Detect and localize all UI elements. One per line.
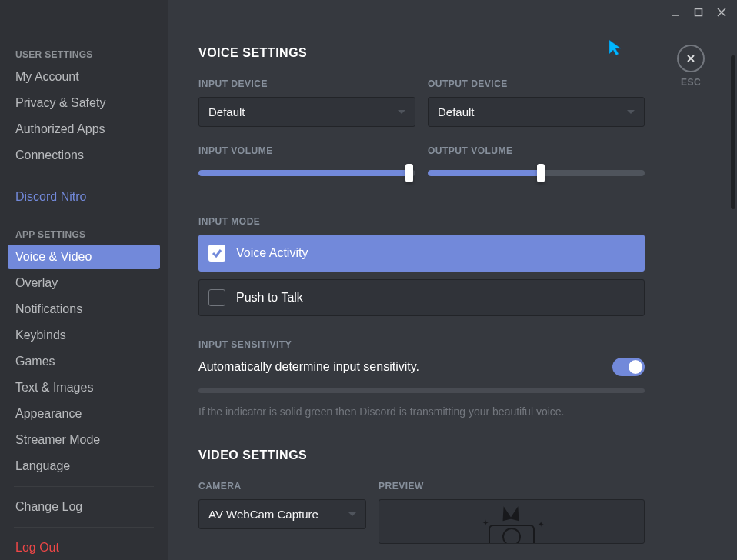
sidebar-item-overlay[interactable]: Overlay (8, 271, 160, 295)
sidebar-item-voice-video[interactable]: Voice & Video (8, 245, 160, 269)
camera-icon: ✦ ✦ (481, 505, 542, 543)
settings-sidebar: USER SETTINGS My Account Privacy & Safet… (0, 0, 168, 560)
sidebar-item-my-account[interactable]: My Account (8, 65, 160, 89)
checkbox-unchecked-icon (208, 289, 225, 306)
input-mode-label: INPUT MODE (198, 216, 645, 227)
voice-activity-label: Voice Activity (236, 246, 308, 260)
sidebar-item-keybinds[interactable]: Keybinds (8, 323, 160, 348)
sidebar-item-privacy-safety[interactable]: Privacy & Safety (8, 91, 160, 115)
sidebar-item-games[interactable]: Games (8, 349, 160, 374)
close-settings-button[interactable]: ESC (677, 45, 705, 88)
sensitivity-hint: If the indicator is solid green then Dis… (198, 405, 645, 418)
sidebar-header-user-settings: USER SETTINGS (8, 46, 160, 65)
output-device-label: OUTPUT DEVICE (428, 78, 645, 89)
auto-sensitivity-text: Automatically determine input sensitivit… (198, 360, 419, 374)
camera-dropdown[interactable]: AV WebCam Capture (198, 499, 366, 529)
sidebar-item-log-out[interactable]: Log Out (8, 535, 160, 560)
scrollbar[interactable] (731, 23, 737, 560)
output-volume-label: OUTPUT VOLUME (428, 145, 645, 156)
output-device-value: Default (438, 105, 475, 118)
sidebar-item-discord-nitro[interactable]: Discord Nitro (8, 185, 160, 209)
input-sensitivity-label: INPUT SENSITIVITY (198, 339, 645, 350)
chevron-down-icon (348, 512, 356, 516)
sidebar-item-text-images[interactable]: Text & Images (8, 375, 160, 400)
settings-content: ESC VOICE SETTINGS INPUT DEVICE Default … (168, 0, 737, 560)
preview-label: PREVIEW (379, 481, 645, 492)
svg-rect-1 (695, 9, 702, 16)
sidebar-item-connections[interactable]: Connections (8, 143, 160, 168)
sidebar-header-app-settings: APP SETTINGS (8, 226, 160, 245)
sensitivity-indicator (198, 388, 645, 393)
input-mode-voice-activity[interactable]: Voice Activity (198, 235, 645, 272)
window-minimize-button[interactable] (669, 6, 682, 18)
push-to-talk-label: Push to Talk (236, 291, 303, 305)
checkbox-checked-icon (208, 245, 225, 262)
input-mode-push-to-talk[interactable]: Push to Talk (198, 279, 645, 316)
auto-sensitivity-toggle[interactable] (612, 358, 645, 376)
sidebar-item-streamer-mode[interactable]: Streamer Mode (8, 428, 160, 452)
sidebar-item-notifications[interactable]: Notifications (8, 297, 160, 322)
window-close-button[interactable] (715, 6, 728, 18)
input-device-dropdown[interactable]: Default (198, 97, 415, 127)
output-volume-slider[interactable] (428, 164, 645, 182)
input-volume-slider[interactable] (198, 164, 415, 182)
sidebar-item-change-log[interactable]: Change Log (8, 495, 160, 519)
chevron-down-icon (398, 110, 405, 114)
sidebar-item-appearance[interactable]: Appearance (8, 402, 160, 426)
voice-settings-title: VOICE SETTINGS (198, 46, 645, 60)
esc-label: ESC (681, 77, 701, 88)
output-device-dropdown[interactable]: Default (428, 97, 645, 127)
video-settings-title: VIDEO SETTINGS (198, 448, 645, 462)
chevron-down-icon (627, 110, 635, 114)
camera-value: AV WebCam Capture (208, 508, 318, 521)
input-device-value: Default (208, 105, 245, 118)
window-maximize-button[interactable] (692, 6, 705, 18)
sidebar-item-authorized-apps[interactable]: Authorized Apps (8, 117, 160, 142)
sidebar-item-language[interactable]: Language (8, 454, 160, 478)
input-volume-label: INPUT VOLUME (198, 145, 415, 156)
camera-preview: ✦ ✦ (379, 499, 645, 544)
input-device-label: INPUT DEVICE (198, 78, 415, 89)
camera-label: CAMERA (198, 481, 366, 492)
